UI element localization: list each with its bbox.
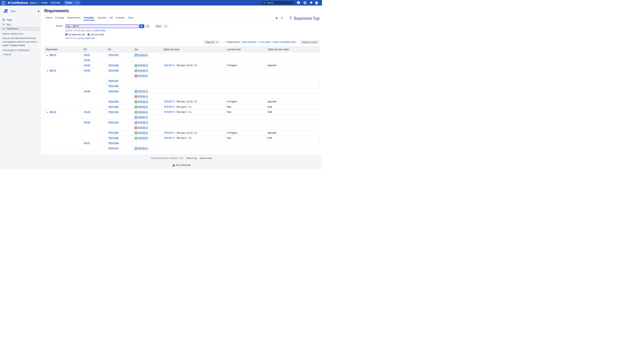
svg-text:?: ?	[147, 25, 148, 27]
svg-text:ATLASSIAN: ATLASSIAN	[176, 164, 191, 166]
svg-text:?: ?	[282, 18, 282, 19]
svg-text:?: ?	[298, 2, 299, 4]
